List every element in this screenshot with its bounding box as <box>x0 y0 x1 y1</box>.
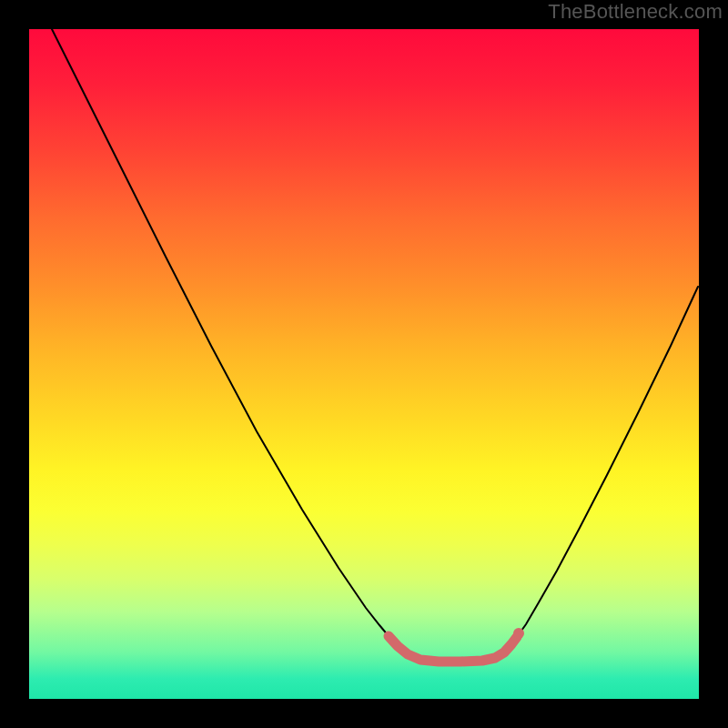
plot-area <box>29 29 699 699</box>
watermark-text: TheBottleneck.com <box>548 0 723 24</box>
highlight-end-dot <box>513 628 524 639</box>
bottom-highlight <box>389 636 517 662</box>
chart-frame: TheBottleneck.com <box>0 0 728 728</box>
chart-svg <box>29 29 699 699</box>
bottleneck-curve <box>52 29 698 662</box>
